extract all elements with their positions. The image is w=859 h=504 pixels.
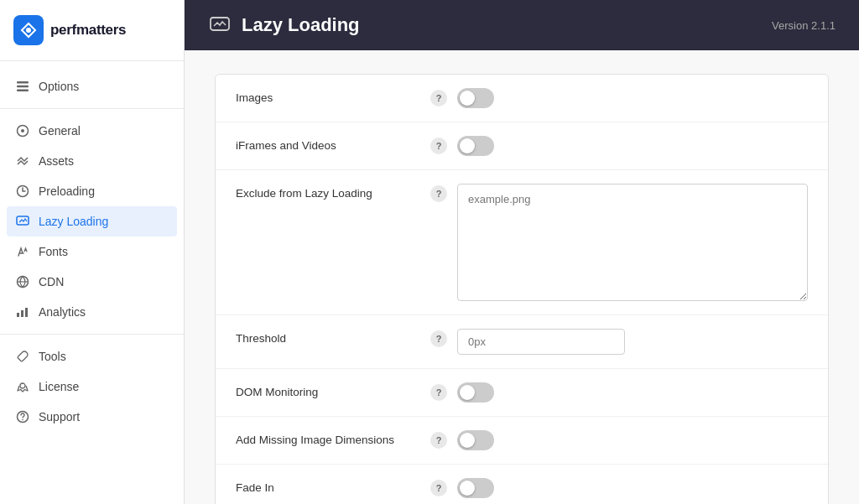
settings-panel: Images ? iFrames and Videos ? xyxy=(215,74,829,504)
sidebar-item-preloading[interactable]: Preloading xyxy=(0,176,184,206)
help-icon-threshold[interactable]: ? xyxy=(430,330,447,347)
help-icon-iframes[interactable]: ? xyxy=(430,138,447,154)
setting-label-iframes: iFrames and Videos xyxy=(236,136,420,152)
setting-row-dom-monitoring: DOM Monitoring ? xyxy=(216,369,828,417)
svg-point-6 xyxy=(21,129,24,132)
svg-rect-12 xyxy=(21,310,23,317)
sidebar-item-support-label: Support xyxy=(39,410,80,423)
toggle-images[interactable] xyxy=(457,88,494,108)
sidebar-item-license-label: License xyxy=(39,380,79,393)
sidebar-divider-2 xyxy=(0,334,184,335)
toggle-fade-in[interactable] xyxy=(457,478,494,498)
svg-rect-4 xyxy=(17,90,29,92)
svg-rect-2 xyxy=(17,81,29,84)
sidebar-item-analytics[interactable]: Analytics xyxy=(0,297,184,327)
sidebar-item-tools[interactable]: Tools xyxy=(0,341,184,372)
sidebar-item-analytics-label: Analytics xyxy=(39,305,86,319)
sidebar-item-preloading-label: Preloading xyxy=(39,184,95,198)
setting-row-fade-in: Fade In ? xyxy=(216,465,828,504)
main-header: Lazy Loading Version 2.1.1 xyxy=(185,0,859,50)
tools-icon xyxy=(15,349,30,364)
sidebar-item-general-label: General xyxy=(39,124,81,138)
content-area: Images ? iFrames and Videos ? xyxy=(185,50,859,504)
svg-point-16 xyxy=(22,419,23,421)
cdn-icon xyxy=(15,274,30,289)
fonts-icon xyxy=(15,244,30,259)
svg-point-1 xyxy=(26,28,31,33)
help-icon-dom-monitoring[interactable]: ? xyxy=(430,384,447,401)
options-icon xyxy=(15,79,30,94)
toggle-dom-monitoring[interactable] xyxy=(457,382,494,403)
perfmatters-logo-icon xyxy=(13,15,44,45)
assets-icon xyxy=(15,153,30,169)
setting-label-threshold: Threshold xyxy=(236,329,420,345)
exclude-textarea[interactable] xyxy=(457,184,808,301)
setting-control-threshold xyxy=(457,329,808,355)
license-icon xyxy=(15,379,30,394)
setting-control-iframes xyxy=(457,136,808,156)
svg-rect-13 xyxy=(25,308,28,317)
version-badge: Version 2.1.1 xyxy=(772,19,836,32)
sidebar-item-cdn-label: CDN xyxy=(39,275,64,288)
sidebar-item-assets[interactable]: Assets xyxy=(0,146,184,176)
help-icon-fade-in[interactable]: ? xyxy=(430,480,447,496)
sidebar-item-license[interactable]: License xyxy=(0,372,184,402)
svg-point-14 xyxy=(20,383,25,388)
setting-label-exclude: Exclude from Lazy Loading xyxy=(236,184,420,200)
setting-row-exclude: Exclude from Lazy Loading ? xyxy=(216,170,828,315)
lazy-loading-icon xyxy=(15,214,30,229)
toggle-missing-dimensions[interactable] xyxy=(457,430,494,450)
sidebar: perfmatters Options General xyxy=(0,0,185,504)
setting-control-dom-monitoring xyxy=(457,382,808,403)
setting-row-iframes: iFrames and Videos ? xyxy=(216,122,828,170)
page-title: Lazy Loading xyxy=(242,14,360,36)
sidebar-item-lazy-loading-label: Lazy Loading xyxy=(39,215,108,228)
header-left: Lazy Loading xyxy=(208,13,360,37)
sidebar-item-fonts-label: Fonts xyxy=(39,245,68,258)
sidebar-item-tools-label: Tools xyxy=(39,350,66,363)
toggle-iframes-slider xyxy=(457,136,494,156)
help-icon-exclude[interactable]: ? xyxy=(430,185,447,202)
threshold-input[interactable] xyxy=(457,329,625,355)
sidebar-divider-1 xyxy=(0,108,184,109)
toggle-missing-dimensions-slider xyxy=(457,430,494,450)
sidebar-item-fonts[interactable]: Fonts xyxy=(0,236,184,267)
svg-rect-17 xyxy=(211,18,229,30)
toggle-images-slider xyxy=(457,88,494,108)
setting-label-images: Images xyxy=(236,88,420,104)
main-content: Lazy Loading Version 2.1.1 Images ? iFra… xyxy=(185,0,859,504)
setting-control-exclude xyxy=(457,184,808,301)
sidebar-logo: perfmatters xyxy=(0,0,184,61)
setting-label-fade-in: Fade In xyxy=(236,478,420,494)
toggle-iframes[interactable] xyxy=(457,136,494,156)
setting-control-images xyxy=(457,88,808,108)
svg-rect-3 xyxy=(17,86,29,88)
preloading-icon xyxy=(15,184,30,199)
analytics-icon xyxy=(15,304,30,320)
svg-rect-11 xyxy=(17,313,19,317)
toggle-dom-monitoring-slider xyxy=(457,382,494,403)
sidebar-item-support[interactable]: Support xyxy=(0,402,184,432)
sidebar-item-lazy-loading[interactable]: Lazy Loading xyxy=(7,206,177,236)
logo-text: perfmatters xyxy=(50,22,126,39)
setting-control-missing-dimensions xyxy=(457,430,808,450)
setting-row-missing-dimensions: Add Missing Image Dimensions ? xyxy=(216,417,828,465)
toggle-fade-in-slider xyxy=(457,478,494,498)
general-icon xyxy=(15,123,30,138)
support-icon xyxy=(15,409,30,424)
setting-row-images: Images ? xyxy=(216,75,828,122)
sidebar-item-options[interactable]: Options xyxy=(0,71,184,101)
setting-label-missing-dimensions: Add Missing Image Dimensions xyxy=(236,430,420,446)
lazy-loading-header-icon xyxy=(208,13,232,37)
setting-label-dom-monitoring: DOM Monitoring xyxy=(236,382,420,398)
sidebar-nav: Options General Assets xyxy=(0,61,184,504)
sidebar-item-general[interactable]: General xyxy=(0,116,184,146)
help-icon-missing-dimensions[interactable]: ? xyxy=(430,432,447,449)
sidebar-item-cdn[interactable]: CDN xyxy=(0,267,184,297)
sidebar-item-options-label: Options xyxy=(39,80,79,93)
setting-control-fade-in xyxy=(457,478,808,498)
help-icon-images[interactable]: ? xyxy=(430,90,447,107)
setting-row-threshold: Threshold ? xyxy=(216,315,828,369)
sidebar-item-assets-label: Assets xyxy=(39,154,74,168)
